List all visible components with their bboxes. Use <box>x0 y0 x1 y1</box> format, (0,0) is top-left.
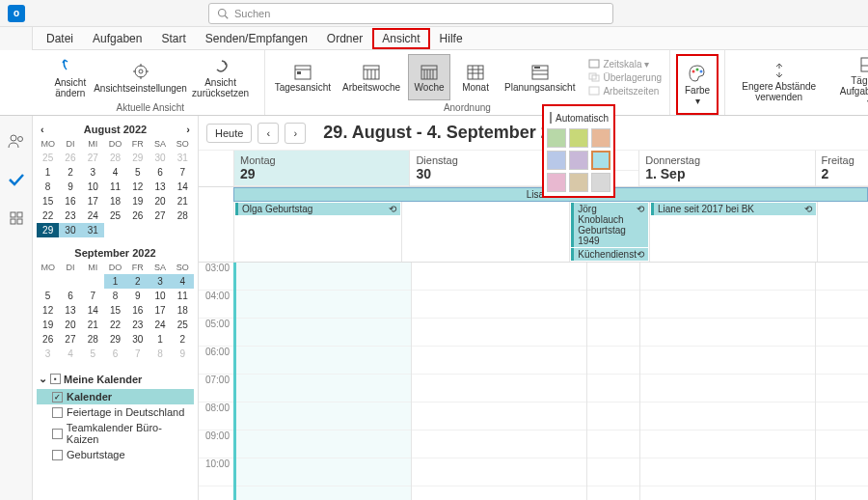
more-icon[interactable] <box>5 207 28 230</box>
time-slot[interactable] <box>412 431 586 458</box>
mini-cal-day[interactable]: 6 <box>104 347 126 361</box>
menu-ansicht[interactable]: Ansicht <box>372 28 429 49</box>
mini-cal-day[interactable]: 5 <box>126 165 149 180</box>
mini-cal-day[interactable]: 20 <box>59 318 81 332</box>
mini-cal-day[interactable] <box>59 274 81 289</box>
color-swatch[interactable] <box>591 151 610 170</box>
mini-cal-day[interactable]: 23 <box>59 208 81 223</box>
mini-cal-day[interactable]: 7 <box>126 347 149 361</box>
mini-cal-day[interactable]: 21 <box>82 318 104 332</box>
mini-cal-day[interactable]: 8 <box>104 289 126 303</box>
planungsansicht-button[interactable]: Planungsansicht <box>501 54 579 100</box>
mini-cal-day[interactable]: 9 <box>126 289 149 303</box>
mini-cal-day[interactable]: 3 <box>37 347 59 361</box>
mini-cal-day[interactable]: 17 <box>149 303 171 318</box>
mini-cal-day[interactable]: 4 <box>59 347 81 361</box>
time-slot[interactable] <box>640 347 815 375</box>
mini-cal-day[interactable]: 29 <box>37 223 59 237</box>
ansichtseinstellungen-button[interactable]: Ansichtseinstellungen <box>102 54 179 100</box>
tasks-icon[interactable] <box>5 168 28 191</box>
mini-cal-day[interactable]: 14 <box>172 180 194 194</box>
mini-cal-day[interactable]: 27 <box>59 332 81 347</box>
mini-cal-day[interactable]: 3 <box>149 274 171 289</box>
arbeitswoche-button[interactable]: Arbeitswoche <box>339 54 404 100</box>
mini-cal-day[interactable]: 11 <box>104 180 126 194</box>
mini-cal-day[interactable] <box>126 223 149 237</box>
mini-cal-day[interactable]: 28 <box>172 208 194 223</box>
time-slot[interactable] <box>236 291 411 319</box>
mini-cal-day[interactable]: 13 <box>149 180 171 194</box>
mini-cal-day[interactable]: 9 <box>172 347 194 361</box>
next-week-button[interactable]: › <box>285 123 306 144</box>
time-slot[interactable] <box>640 291 815 319</box>
mini-cal-day[interactable]: 6 <box>59 289 81 303</box>
mini-cal-day[interactable] <box>82 274 104 289</box>
mini-cal-day[interactable]: 14 <box>82 303 104 318</box>
mini-cal-day[interactable]: 8 <box>37 180 59 194</box>
mini-cal-day[interactable] <box>104 223 126 237</box>
time-slot[interactable] <box>587 431 639 458</box>
mini-cal-day[interactable]: 7 <box>82 289 104 303</box>
heute-button[interactable]: Heute <box>206 124 252 143</box>
mini-cal-day[interactable] <box>37 274 59 289</box>
calendar-list-item[interactable]: Teamkalender Büro-Kaizen <box>37 420 194 447</box>
mini-cal-day[interactable]: 17 <box>82 194 104 208</box>
time-slot[interactable] <box>640 375 815 403</box>
time-slot[interactable] <box>236 347 411 375</box>
mini-cal-day[interactable]: 30 <box>59 223 81 237</box>
mini-cal-day[interactable]: 18 <box>172 303 194 318</box>
time-slot[interactable] <box>640 263 815 291</box>
menu-hilfe[interactable]: Hilfe <box>430 28 473 49</box>
time-slot[interactable] <box>412 347 586 375</box>
time-slot[interactable] <box>412 375 586 403</box>
mini-cal-day[interactable]: 31 <box>82 223 104 237</box>
mini-cal-day[interactable]: 15 <box>37 194 59 208</box>
mini-cal-day[interactable]: 12 <box>126 180 149 194</box>
time-slot[interactable] <box>816 403 868 431</box>
mini-cal-day[interactable]: 3 <box>82 165 104 180</box>
mini-cal-day[interactable]: 5 <box>82 347 104 361</box>
menu-datei[interactable]: Datei <box>37 28 83 49</box>
mini-cal-day[interactable]: 16 <box>59 194 81 208</box>
time-slot[interactable] <box>236 263 411 291</box>
prev-month-icon[interactable]: ‹ <box>41 124 44 135</box>
mini-cal-day[interactable]: 20 <box>149 194 171 208</box>
time-slot[interactable] <box>587 403 639 431</box>
calendar-group[interactable]: ⌄▪Meine Kalender <box>37 369 194 389</box>
color-auto-option[interactable]: Automatisch <box>548 110 610 125</box>
tagesansicht-button[interactable]: Tagesansicht <box>271 54 335 100</box>
mini-cal-day[interactable]: 5 <box>37 289 59 303</box>
taegliche-aufgabenliste-button[interactable]: Tägliche Aufgabenliste ▾ <box>830 54 868 109</box>
mini-cal-day[interactable] <box>172 223 194 237</box>
color-swatch[interactable] <box>547 173 566 192</box>
time-slot[interactable] <box>412 319 586 347</box>
menu-start[interactable]: Start <box>151 28 195 49</box>
time-slot[interactable] <box>816 431 868 458</box>
mini-cal-day[interactable]: 2 <box>59 165 81 180</box>
monat-button[interactable]: Monat <box>454 54 497 100</box>
time-slot[interactable] <box>587 291 639 319</box>
mini-cal-day[interactable]: 27 <box>149 208 171 223</box>
mini-cal-day[interactable]: 30 <box>149 151 171 165</box>
mini-cal-day[interactable]: 4 <box>104 165 126 180</box>
mini-cal-day[interactable]: 26 <box>37 332 59 347</box>
color-swatch[interactable] <box>569 128 588 148</box>
time-slot[interactable] <box>640 319 815 347</box>
time-slot[interactable] <box>816 347 868 375</box>
mini-cal-day[interactable]: 8 <box>149 347 171 361</box>
time-slot[interactable] <box>236 319 411 347</box>
color-swatch[interactable] <box>547 128 566 148</box>
mini-cal-day[interactable]: 21 <box>172 194 194 208</box>
time-slot[interactable] <box>816 291 868 319</box>
time-slot[interactable] <box>236 458 411 486</box>
time-slot[interactable] <box>640 403 815 431</box>
time-slot[interactable] <box>236 431 411 458</box>
time-slot[interactable] <box>236 403 411 431</box>
mini-cal-day[interactable]: 13 <box>59 303 81 318</box>
color-swatch[interactable] <box>591 128 610 148</box>
mini-cal-day[interactable]: 4 <box>172 274 194 289</box>
mini-cal-day[interactable]: 11 <box>172 289 194 303</box>
calendar-list-item[interactable]: Feiertage in Deutschland <box>37 404 194 420</box>
ansicht-zuruecksetzen-button[interactable]: Ansicht zurücksetzen <box>182 54 258 100</box>
mini-cal-day[interactable]: 27 <box>82 151 104 165</box>
